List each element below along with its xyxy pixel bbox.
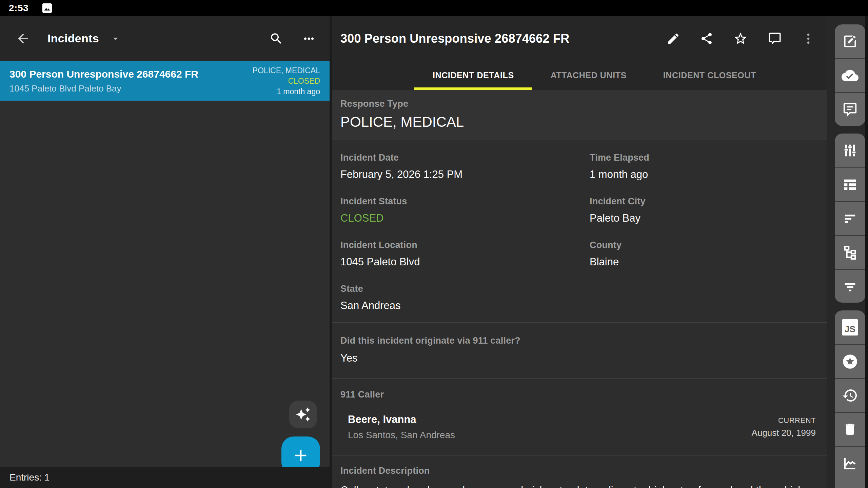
favorite-button[interactable]	[733, 31, 748, 46]
incident-item-address: 1045 Paleto Blvd Paleto Bay	[9, 83, 198, 94]
field-value: 1 month ago	[590, 168, 818, 181]
incidents-header: Incidents	[0, 16, 330, 61]
incident-item-status-badge: CLOSED	[288, 77, 320, 86]
line-chart-icon	[842, 455, 858, 471]
panel-divider	[330, 16, 332, 488]
sparkles-icon	[295, 407, 311, 422]
entries-count: Entries: 1	[9, 472, 50, 483]
field-value: 1045 Paleto Blvd	[340, 256, 590, 268]
toolbar-group-view	[835, 134, 865, 303]
response-type-section: Response Type POLICE, MEDICAL	[332, 90, 827, 140]
detail-content: Response Type POLICE, MEDICAL Incident D…	[332, 90, 827, 488]
caller-row[interactable]: Beere, Ivanna Los Santos, San Andreas CU…	[340, 400, 818, 443]
list-actions	[269, 32, 330, 46]
cloud-sync-button[interactable]	[835, 58, 865, 92]
originate-911-section: Did this incident originate via 911 call…	[332, 323, 827, 378]
share-button[interactable]	[700, 32, 713, 45]
field-label: County	[590, 240, 818, 250]
incident-description-section: Incident Description Caller states she o…	[332, 455, 827, 488]
history-button[interactable]	[835, 378, 865, 412]
ai-assist-button[interactable]	[289, 401, 317, 428]
caller-name: Beere, Ivanna	[348, 413, 455, 426]
incident-item-response-type: POLICE, MEDICAL	[253, 66, 320, 75]
field-value: San Andreas	[340, 300, 590, 312]
right-toolbar: JS	[827, 16, 868, 488]
field-incident-city: Incident City Paleto Bay	[590, 196, 818, 224]
caller-identity: Beere, Ivanna Los Santos, San Andreas	[348, 413, 455, 441]
more-vertical-icon	[802, 32, 815, 45]
field-incident-location: Incident Location 1045 Paleto Blvd	[340, 240, 590, 268]
response-type-label: Response Type	[340, 99, 818, 109]
comments-button[interactable]	[768, 32, 782, 46]
incident-detail-panel: 300 Person Unresponsive 26874662 FR	[332, 16, 827, 488]
analytics-button[interactable]	[835, 446, 865, 480]
caller-section-heading: 911 Caller	[340, 389, 818, 400]
schema-button[interactable]	[835, 235, 865, 269]
chevron-down-icon	[110, 33, 121, 44]
incidents-list-panel: Incidents 300 Pers	[0, 16, 330, 488]
status-badge: CLOSED	[340, 212, 590, 224]
tab-incident-closeout[interactable]: INCIDENT CLOSEOUT	[645, 61, 774, 90]
favorites-button[interactable]	[835, 344, 865, 378]
cloud-done-icon	[842, 67, 859, 84]
search-button[interactable]	[269, 32, 283, 46]
edit-note-button[interactable]	[835, 24, 865, 58]
stars-circle-icon	[842, 353, 859, 370]
tune-button[interactable]	[835, 134, 865, 167]
back-button[interactable]	[16, 31, 31, 46]
field-label: Time Elapsed	[590, 152, 818, 163]
schema-icon	[842, 245, 858, 260]
notes-comment-button[interactable]	[835, 92, 865, 126]
detail-header: 300 Person Unresponsive 26874662 FR	[332, 16, 827, 61]
toolbar-group-tools: JS	[835, 310, 865, 488]
comment-icon	[842, 102, 858, 117]
caller-location: Los Santos, San Andreas	[348, 430, 455, 441]
edit-button[interactable]	[667, 32, 680, 45]
plus-icon	[291, 446, 310, 465]
field-state: State San Andreas	[340, 284, 590, 312]
field-label: Incident City	[590, 196, 818, 207]
more-horizontal-icon	[302, 32, 316, 46]
sort-button[interactable]	[835, 201, 865, 235]
field-value: February 5, 2026 1:25 PM	[340, 168, 590, 181]
table-list-button[interactable]	[835, 167, 865, 201]
detail-actions	[667, 31, 815, 46]
question-value: Yes	[340, 352, 818, 364]
incident-item-title: 300 Person Unresponsive 26874662 FR	[9, 68, 198, 80]
delete-button[interactable]	[835, 412, 865, 446]
tab-incident-details[interactable]: INCIDENT DETAILS	[414, 61, 532, 90]
table-list-icon	[842, 177, 858, 192]
incident-item-main: 300 Person Unresponsive 26874662 FR 1045…	[9, 66, 198, 96]
pencil-icon	[667, 32, 680, 45]
toolbar-group-compose	[835, 24, 865, 126]
page-title: Incidents	[47, 32, 99, 45]
detail-tabs: INCIDENT DETAILS ATTACHED UNITS INCIDENT…	[332, 61, 827, 90]
image-notification-icon	[41, 2, 53, 14]
overflow-menu-button[interactable]	[302, 32, 316, 46]
chat-bubble-icon	[768, 32, 782, 46]
search-icon	[269, 32, 283, 46]
field-label: State	[340, 284, 590, 294]
app-screen: 2:53 Incidents	[0, 0, 868, 488]
field-county: County Blaine	[590, 240, 818, 268]
history-icon	[842, 387, 858, 404]
arrow-back-icon	[16, 31, 31, 46]
caller-date: August 20, 1999	[752, 428, 816, 438]
response-type-value: POLICE, MEDICAL	[340, 114, 818, 130]
trash-icon	[843, 422, 857, 437]
caller-meta: CURRENT August 20, 1999	[752, 416, 816, 438]
question-label: Did this incident originate via 911 call…	[340, 336, 818, 346]
more-options-button[interactable]	[802, 32, 815, 45]
incident-list-item[interactable]: 300 Person Unresponsive 26874662 FR 1045…	[0, 61, 330, 101]
status-bar: 2:53	[0, 0, 868, 16]
incidents-title-dropdown[interactable]: Incidents	[47, 32, 121, 45]
javascript-button[interactable]: JS	[835, 310, 865, 344]
field-incident-status: Incident Status CLOSED	[340, 196, 590, 224]
filter-button[interactable]	[835, 269, 865, 303]
edit-note-icon	[842, 34, 858, 49]
field-value: Paleto Bay	[590, 212, 818, 224]
field-incident-date: Incident Date February 5, 2026 1:25 PM	[340, 152, 590, 181]
field-time-elapsed: Time Elapsed 1 month ago	[590, 152, 818, 181]
detail-title: 300 Person Unresponsive 26874662 FR	[340, 32, 667, 46]
tab-attached-units[interactable]: ATTACHED UNITS	[532, 61, 645, 90]
